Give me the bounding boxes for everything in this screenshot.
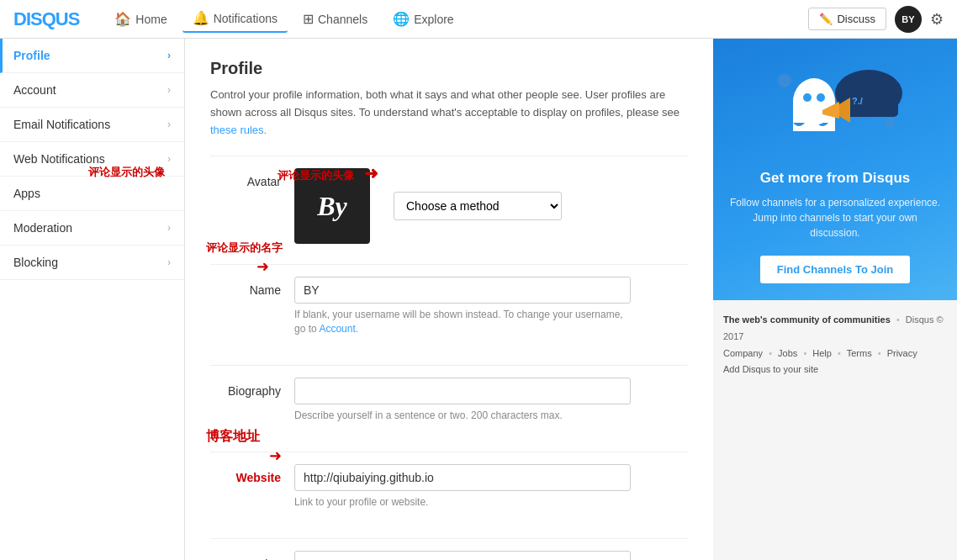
top-nav: DISQUS 🏠 Home 🔔 Notifications ⊞ Channels… <box>0 0 957 39</box>
user-avatar-nav[interactable]: BY <box>895 6 922 33</box>
community-label: The web's community of communities <box>723 314 891 325</box>
profile-description: Control your profile information, both w… <box>210 87 681 139</box>
nav-notifications-label: Notifications <box>214 12 278 25</box>
svg-point-10 <box>885 118 895 128</box>
chevron-right-icon: › <box>167 50 171 61</box>
biography-hint: Describe yourself in a sentence or two. … <box>294 409 631 423</box>
footer-community: The web's community of communities • Dis… <box>723 312 947 346</box>
find-channels-button[interactable]: Find Channels To Join <box>760 256 910 283</box>
sidebar-item-apps[interactable]: Apps <box>0 177 184 211</box>
promo-box: ?./ Get more from Disqus <box>713 39 957 300</box>
name-field: If blank, your username will be shown in… <box>294 277 688 336</box>
website-label: Website <box>210 464 294 484</box>
nav-home[interactable]: 🏠 Home <box>104 6 177 32</box>
account-link[interactable]: Account <box>319 323 355 335</box>
biography-field: Describe yourself in a sentence or two. … <box>294 378 688 423</box>
sidebar-label-web: Web Notifications <box>13 152 105 166</box>
explore-icon: 🌐 <box>393 11 410 27</box>
notifications-icon: 🔔 <box>193 10 209 26</box>
discuss-button[interactable]: ✏️ Discuss <box>808 8 886 30</box>
annotation-website: 博客地址 <box>206 428 260 446</box>
sidebar: Profile › Account › Email Notifications … <box>0 39 185 560</box>
footer-add-disqus: Add Disqus to your site <box>723 362 947 378</box>
promo-title: Get more from Disqus <box>728 170 942 187</box>
chevron-right-icon: › <box>167 256 171 268</box>
svg-point-5 <box>803 93 812 102</box>
name-row: Name If blank, your username will be sho… <box>210 264 688 348</box>
name-hint: If blank, your username will be shown in… <box>294 308 631 336</box>
chevron-right-icon: › <box>167 119 171 130</box>
nav-links: 🏠 Home 🔔 Notifications ⊞ Channels 🌐 Expl… <box>104 5 808 33</box>
page-title: Profile <box>210 59 688 78</box>
sidebar-label-apps: Apps <box>13 187 40 200</box>
promo-description: Follow channels for a personalized exper… <box>728 195 942 240</box>
location-label: Location <box>210 551 294 560</box>
nav-explore-label: Explore <box>414 13 453 26</box>
sidebar-label-blocking: Blocking <box>13 256 58 269</box>
footer-privacy-link[interactable]: Privacy <box>887 348 917 358</box>
footer-jobs-link[interactable]: Jobs <box>778 348 797 358</box>
nav-channels[interactable]: ⊞ Channels <box>293 6 378 32</box>
website-hint: Link to your profile or website. <box>294 495 631 510</box>
chevron-right-icon: › <box>167 222 171 234</box>
footer-company-link[interactable]: Company <box>723 348 763 358</box>
nav-explore[interactable]: 🌐 Explore <box>383 6 463 32</box>
sidebar-label-moderation: Moderation <box>13 221 72 235</box>
website-row: Website Link to your profile or website. <box>210 452 688 521</box>
location-input[interactable] <box>294 551 631 560</box>
chevron-right-icon: › <box>167 84 171 96</box>
name-label: Name <box>210 277 294 297</box>
svg-point-6 <box>817 93 825 102</box>
arrow-website: ➜ <box>269 446 282 465</box>
website-input[interactable] <box>294 464 631 491</box>
footer-help-link[interactable]: Help <box>812 348 832 358</box>
discuss-label: Discuss <box>837 13 875 25</box>
main-content: Profile Control your profile information… <box>185 39 713 560</box>
footer-nav-links: Company • Jobs • Help • Terms • Privacy <box>723 346 947 362</box>
footer-terms-link[interactable]: Terms <box>847 348 872 358</box>
biography-label: Biography <box>210 378 294 398</box>
annotation-avatar-overlay: 评论显示的头像 ➜ <box>278 163 378 183</box>
nav-home-label: Home <box>135 13 167 26</box>
sidebar-item-blocking[interactable]: Blocking › <box>0 246 184 280</box>
location-field: Where you're commenting from. 100 charac… <box>294 551 688 560</box>
website-field: Link to your profile or website. <box>294 464 688 510</box>
footer-links: The web's community of communities • Dis… <box>713 300 957 390</box>
promo-svg: ?./ <box>759 55 911 156</box>
annotation-name: 评论显示的名字 <box>206 240 283 256</box>
sidebar-item-profile[interactable]: Profile › <box>0 39 184 73</box>
page-layout: Profile › Account › Email Notifications … <box>0 39 957 560</box>
settings-button[interactable]: ⚙ <box>930 10 944 29</box>
svg-point-9 <box>778 74 791 87</box>
sidebar-label-profile: Profile <box>13 49 50 62</box>
avatar-method-select[interactable]: Choose a method Upload image Gravatar Tw… <box>394 192 562 220</box>
these-rules-link[interactable]: these rules. <box>210 124 267 136</box>
sidebar-item-account[interactable]: Account › <box>0 73 184 108</box>
arrow-name: ➜ <box>256 257 269 276</box>
annotation-avatar: 评论显示的头像 <box>88 165 165 180</box>
add-disqus-link[interactable]: Add Disqus to your site <box>723 364 818 374</box>
biography-row: Biography Describe yourself in a sentenc… <box>210 365 688 435</box>
user-initials: BY <box>901 14 914 24</box>
sidebar-item-email-notifications[interactable]: Email Notifications › <box>0 108 184 142</box>
sidebar-label-account: Account <box>13 83 56 97</box>
right-panel: ?./ Get more from Disqus <box>713 39 957 560</box>
biography-input[interactable] <box>294 378 631 404</box>
promo-illustration: ?./ <box>728 55 942 156</box>
edit-icon: ✏️ <box>819 13 833 25</box>
sidebar-label-email: Email Notifications <box>13 118 110 131</box>
chevron-right-icon: › <box>167 153 171 165</box>
channels-icon: ⊞ <box>303 11 314 27</box>
name-input[interactable] <box>294 277 631 304</box>
brand-logo[interactable]: DISQUS <box>13 8 79 30</box>
location-row: Location Where you're commenting from. 1… <box>210 538 688 560</box>
home-icon: 🏠 <box>114 11 131 27</box>
nav-channels-label: Channels <box>318 13 367 26</box>
nav-notifications[interactable]: 🔔 Notifications <box>182 5 288 33</box>
sidebar-item-moderation[interactable]: Moderation › <box>0 211 184 246</box>
svg-text:?./: ?./ <box>852 96 863 106</box>
nav-right: ✏️ Discuss BY ⚙ <box>808 6 944 33</box>
